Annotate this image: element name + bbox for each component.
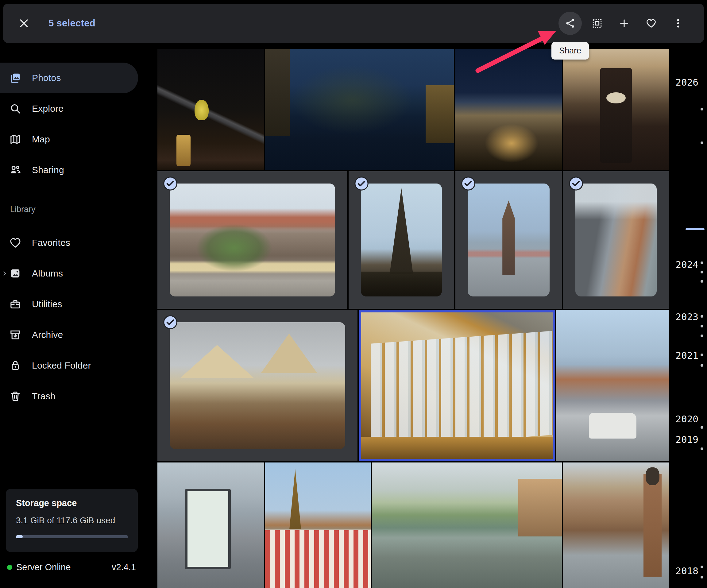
photo-tile-selected[interactable]: [456, 171, 562, 309]
photo-tile[interactable]: [563, 49, 669, 170]
timeline-year[interactable]: 2024: [675, 259, 698, 270]
library-section-label: Library: [0, 203, 141, 216]
photo-thumbnail: [170, 322, 345, 449]
people-icon: [9, 164, 22, 176]
timeline-dot: [701, 364, 703, 367]
sidebar-item-photos[interactable]: Photos: [0, 63, 138, 93]
timeline-dot: [701, 448, 703, 450]
photo-tile-selected[interactable]: [563, 171, 669, 309]
heart-icon: [9, 237, 22, 249]
photo-thumbnail: [575, 184, 657, 296]
heart-icon: [646, 18, 657, 29]
sidebar: Photos Explore Map Sharing: [0, 43, 141, 412]
toolbox-icon: [9, 298, 22, 310]
selected-check-icon[interactable]: [461, 176, 476, 191]
photo-tile[interactable]: [372, 462, 562, 588]
photo-tile-selected[interactable]: [158, 171, 347, 309]
photo-thumbnail: [158, 49, 264, 170]
timeline-dot: [701, 325, 703, 327]
timeline-scrub-indicator[interactable]: [685, 228, 705, 230]
photo-tile-focused[interactable]: [359, 310, 555, 461]
sidebar-item-albums[interactable]: Albums: [0, 258, 138, 289]
sidebar-item-label: Archive: [32, 330, 63, 340]
share-tooltip: Share: [551, 42, 589, 60]
sidebar-item-label: Utilities: [32, 299, 62, 309]
selection-count: 5 selected: [48, 18, 95, 29]
timeline-dot: [701, 334, 703, 337]
sidebar-item-map[interactable]: Map: [0, 124, 138, 155]
timeline-dot: [701, 141, 703, 144]
timeline-year[interactable]: 2019: [675, 434, 698, 445]
storage-title: Storage space: [16, 498, 128, 508]
sidebar-item-label: Trash: [32, 391, 56, 401]
photo-tile-selected[interactable]: [158, 310, 358, 461]
server-status-row: Server Online v2.4.1: [7, 562, 136, 573]
close-icon: [18, 18, 30, 29]
select-all-button[interactable]: [592, 18, 603, 29]
photo-thumbnail: [563, 49, 669, 170]
selection-toolbar: 5 selected: [3, 4, 704, 43]
more-options-button[interactable]: [673, 18, 684, 29]
timeline-year[interactable]: 2023: [675, 311, 698, 322]
photo-thumbnail: [265, 462, 371, 588]
add-icon: [619, 18, 630, 29]
timeline-dot: [701, 354, 703, 356]
timeline-year[interactable]: 2020: [675, 413, 698, 424]
add-to-album-button[interactable]: [619, 18, 630, 29]
selected-check-icon[interactable]: [163, 176, 178, 191]
timeline-year[interactable]: 2026: [675, 77, 698, 88]
timeline-dot: [701, 426, 703, 429]
photo-thumbnail: [361, 184, 442, 296]
more-vertical-icon: [673, 18, 684, 29]
search-icon: [9, 102, 22, 115]
photo-tile[interactable]: [563, 462, 669, 588]
sidebar-item-explore[interactable]: Explore: [0, 93, 138, 124]
timeline-dot: [701, 261, 703, 264]
timeline-dot: [701, 108, 703, 110]
online-status-dot: [7, 565, 12, 570]
sidebar-item-label: Map: [32, 134, 50, 144]
photo-tile-selected[interactable]: [348, 171, 454, 309]
sidebar-item-locked-folder[interactable]: Locked Folder: [0, 350, 138, 381]
selected-check-icon[interactable]: [569, 176, 583, 191]
album-icon: [9, 267, 22, 280]
timeline-dot: [701, 315, 703, 318]
storage-progress-bar: [16, 535, 128, 538]
storage-card: Storage space 3.1 GiB of 117.6 GiB used: [6, 489, 138, 552]
selected-check-icon[interactable]: [354, 176, 369, 191]
timeline-dot: [701, 576, 703, 579]
photo-thumbnail: [361, 313, 553, 459]
sidebar-item-label: Favorites: [32, 237, 70, 248]
timeline-dot: [701, 565, 703, 568]
timeline-dot: [701, 280, 703, 283]
sidebar-item-utilities[interactable]: Utilities: [0, 289, 138, 320]
photo-thumbnail: [170, 184, 335, 296]
storage-progress-fill: [16, 535, 23, 538]
photo-thumbnail: [158, 462, 264, 588]
photo-tile[interactable]: [455, 49, 562, 170]
photo-thumbnail: [372, 462, 562, 588]
photo-tile[interactable]: [158, 49, 264, 170]
sidebar-item-archive[interactable]: Archive: [0, 320, 138, 350]
photos-icon: [9, 72, 22, 84]
timeline-year[interactable]: 2021: [675, 350, 698, 361]
trash-icon: [9, 390, 22, 402]
sidebar-item-label: Albums: [32, 268, 63, 279]
sidebar-item-favorites[interactable]: Favorites: [0, 227, 138, 258]
favorite-button[interactable]: [646, 18, 657, 29]
server-version: v2.4.1: [112, 562, 136, 573]
timeline-year[interactable]: 2018: [675, 565, 698, 576]
chevron-right-icon[interactable]: [1, 270, 8, 277]
close-selection-button[interactable]: [15, 14, 33, 33]
photo-tile[interactable]: [265, 49, 454, 170]
toolbar-actions: [565, 18, 704, 29]
share-button[interactable]: [565, 18, 576, 29]
sidebar-item-trash[interactable]: Trash: [0, 381, 138, 412]
photo-tile[interactable]: [556, 310, 669, 461]
sidebar-item-label: Photos: [32, 73, 61, 83]
photo-thumbnail: [563, 462, 669, 588]
photo-tile[interactable]: [265, 462, 371, 588]
sidebar-item-sharing[interactable]: Sharing: [0, 155, 138, 185]
selected-check-icon[interactable]: [163, 315, 178, 330]
photo-tile[interactable]: [158, 462, 264, 588]
